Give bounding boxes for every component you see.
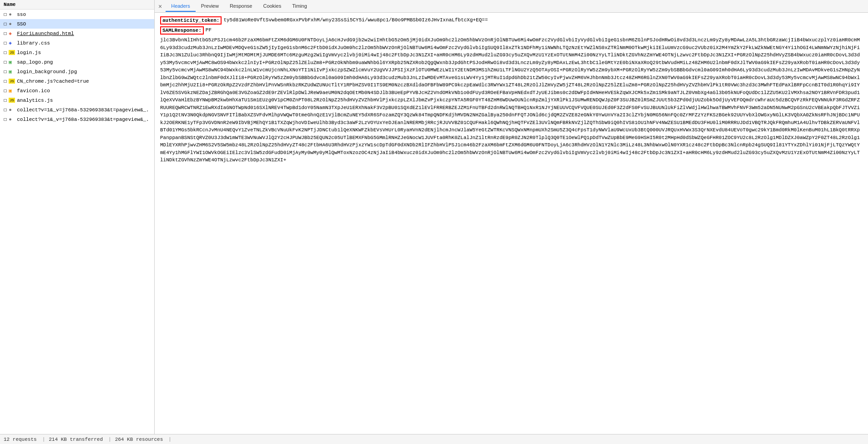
file-type-icon: ▣ bbox=[9, 69, 15, 75]
file-panel-title: Name bbox=[4, 2, 15, 7]
file-name-label: collect?v=1&_v=j768a-532969383&t=pagevie… bbox=[17, 117, 149, 122]
file-item[interactable]: ☐▣favicon.ico bbox=[0, 86, 154, 95]
file-checkbox-icon: ☐ bbox=[4, 49, 7, 56]
status-divider1: | bbox=[42, 437, 45, 442]
file-checkbox-icon: ☐ bbox=[4, 87, 7, 94]
main-content-text: jlc3BvbnNlIHhtbG5zPSJ1cm46b2FzaXM6bmFtZX… bbox=[160, 36, 863, 164]
file-checkbox-icon: ☐ bbox=[4, 97, 7, 104]
file-name-label: login_background.jpg bbox=[17, 69, 77, 75]
file-item[interactable]: ☐●sso bbox=[0, 10, 154, 19]
file-checkbox-icon: ☐ bbox=[4, 30, 7, 37]
status-bar: 12 requests | 214 KB transferred | 264 K… bbox=[0, 434, 868, 444]
file-type-icon: ● bbox=[9, 12, 15, 17]
file-checkbox-icon: ☐ bbox=[4, 106, 7, 113]
file-item[interactable]: ☐▣login_background.jpg bbox=[0, 67, 154, 76]
file-type-icon: ◈ bbox=[9, 40, 15, 46]
file-item[interactable]: ☐JSlogin.js bbox=[0, 48, 154, 57]
right-panel: × HeadersPreviewResponseCookiesTiming au… bbox=[155, 0, 868, 434]
file-name-label: library.css bbox=[17, 40, 50, 46]
file-name-label: SSO bbox=[17, 21, 26, 27]
status-divider3: | bbox=[168, 437, 172, 442]
file-checkbox-icon: ☐ bbox=[4, 78, 7, 85]
file-panel-header: Name bbox=[0, 0, 154, 10]
file-name-label: analytics.js bbox=[17, 98, 53, 103]
kv-row: authenticity_token:ty5d81WoRe0VftSvwbem0… bbox=[160, 16, 863, 25]
kv-key: SAMLResponse: bbox=[160, 26, 204, 35]
kv-container: authenticity_token:ty5d81WoRe0VftSvwbem0… bbox=[160, 16, 863, 35]
file-type-icon: JS bbox=[9, 98, 15, 103]
file-item[interactable]: ☐●collect?v=1&_v=j768a-532969383&t=pagev… bbox=[0, 115, 154, 124]
status-divider2: | bbox=[108, 437, 111, 442]
tab-headers[interactable]: Headers bbox=[166, 1, 196, 12]
file-panel: Name ☐●sso☐●SSO☐◈FioriLaunchpad.html☐◈li… bbox=[0, 0, 155, 434]
file-type-icon: ● bbox=[9, 117, 15, 122]
close-button[interactable]: × bbox=[155, 1, 166, 12]
file-type-icon: ● bbox=[9, 21, 15, 27]
kv-value: ty5d81WoRe0VftSvwbem0RGxxPVbFxhM/wny23Ss… bbox=[223, 16, 488, 24]
tab-preview[interactable]: Preview bbox=[196, 1, 224, 11]
file-checkbox-icon: ☐ bbox=[4, 59, 7, 65]
file-name-label: favicon.ico bbox=[17, 88, 50, 94]
file-item[interactable]: ☐JSanalytics.js bbox=[0, 95, 154, 105]
file-name-label: sso bbox=[17, 12, 26, 17]
tabs-container: HeadersPreviewResponseCookiesTiming bbox=[166, 1, 313, 12]
tab-response[interactable]: Response bbox=[224, 1, 258, 11]
kv-row: SAMLResponse:PF bbox=[160, 26, 863, 35]
file-type-icon: ▣ bbox=[9, 88, 15, 94]
file-checkbox-icon: ☐ bbox=[4, 20, 7, 27]
file-item[interactable]: ☐◈FioriLaunchpad.html bbox=[0, 29, 154, 38]
kv-key: authenticity_token: bbox=[160, 16, 222, 25]
file-type-icon: ● bbox=[9, 107, 15, 113]
status-resources: 264 KB resources bbox=[115, 437, 163, 442]
content-area: authenticity_token:ty5d81WoRe0VftSvwbem0… bbox=[155, 13, 868, 434]
file-name-label: login.js bbox=[17, 50, 41, 55]
status-transferred: 214 KB transferred bbox=[49, 437, 103, 442]
status-requests: 12 requests bbox=[4, 437, 37, 442]
tab-cookies[interactable]: Cookies bbox=[257, 1, 287, 11]
file-item[interactable]: ☐●collect?v=1&_v=j768a-532969383&t=pagev… bbox=[0, 105, 154, 115]
file-checkbox-icon: ☐ bbox=[4, 11, 7, 18]
tab-timing[interactable]: Timing bbox=[287, 1, 313, 11]
main-container: Name ☐●sso☐●SSO☐◈FioriLaunchpad.html☐◈li… bbox=[0, 0, 868, 434]
file-name-label: sap_logo.png bbox=[17, 60, 53, 65]
file-list: ☐●sso☐●SSO☐◈FioriLaunchpad.html☐◈library… bbox=[0, 10, 154, 124]
file-checkbox-icon: ☐ bbox=[4, 40, 7, 46]
file-type-icon: JS bbox=[9, 50, 15, 55]
file-type-icon: ◈ bbox=[9, 30, 15, 36]
file-checkbox-icon: ☐ bbox=[4, 68, 7, 75]
file-item[interactable]: ☐▣sap_logo.png bbox=[0, 57, 154, 67]
file-type-icon: JS bbox=[9, 79, 15, 84]
file-name-label: CN_chrome.js?cached=true bbox=[17, 79, 89, 84]
file-item[interactable]: ☐◈library.css bbox=[0, 38, 154, 48]
file-name-label: FioriLaunchpad.html bbox=[17, 31, 74, 36]
file-type-icon: ▣ bbox=[9, 59, 15, 65]
file-item[interactable]: ☐●SSO bbox=[0, 19, 154, 29]
kv-value: PF bbox=[206, 26, 212, 34]
tabs-row: × HeadersPreviewResponseCookiesTiming bbox=[155, 0, 868, 13]
file-checkbox-icon: ☐ bbox=[4, 116, 7, 123]
file-name-label: collect?v=1&_v=j768a-532969383&t=pagevie… bbox=[17, 107, 149, 113]
file-item[interactable]: ☐JSCN_chrome.js?cached=true bbox=[0, 76, 154, 86]
